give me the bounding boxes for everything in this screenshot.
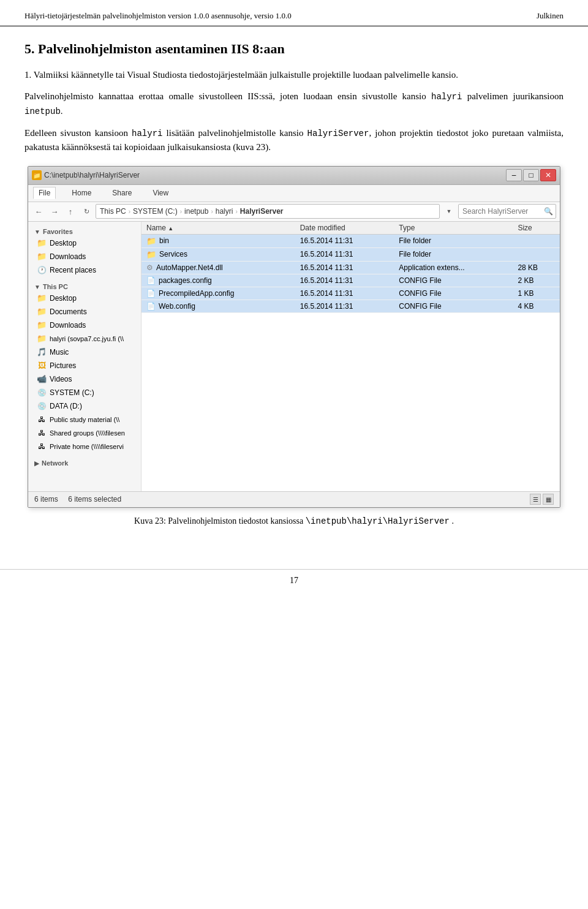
page-number: 17	[290, 576, 298, 585]
paragraph-2: Palvelinohjelmisto kannattaa erottaa oma…	[24, 89, 564, 118]
file-modified: 16.5.2014 11:31	[295, 234, 394, 247]
breadcrumb-thispc[interactable]: This PC	[100, 207, 126, 216]
caption-prefix: Kuva 23: Palvelinohjelmiston tiedostot k…	[134, 516, 303, 526]
file-modified: 16.5.2014 11:31	[295, 287, 394, 300]
recent-icon: 🕐	[37, 265, 47, 275]
breadcrumb-inetpub[interactable]: inetpub	[184, 207, 208, 216]
table-row[interactable]: ⚙AutoMapper.Net4.dll 16.5.2014 11:31 App…	[141, 261, 560, 274]
col-type[interactable]: Type	[394, 222, 513, 235]
view-details-icon[interactable]: ☰	[530, 494, 541, 505]
breadcrumb-halyri[interactable]: halyri	[216, 207, 233, 216]
col-size[interactable]: Size	[513, 222, 560, 235]
file-name: PrecompiledApp.config	[159, 289, 234, 298]
file-type-icon: 📁	[146, 250, 156, 259]
code-inetpub: inetpub	[24, 107, 61, 116]
table-row[interactable]: 📄Web.config 16.5.2014 11:31 CONFIG File …	[141, 300, 560, 312]
ribbon-tab-home[interactable]: Home	[67, 187, 96, 198]
folder-icon: 📁	[37, 320, 47, 330]
col-name[interactable]: Name ▲	[141, 222, 295, 235]
sidebar-item-desktop-fav[interactable]: 📁 Desktop	[28, 236, 141, 250]
ribbon: File Home Share View	[28, 185, 560, 202]
table-row[interactable]: 📄PrecompiledApp.config 16.5.2014 11:31 C…	[141, 287, 560, 300]
file-size: 2 KB	[513, 274, 560, 287]
table-row[interactable]: 📁bin 16.5.2014 11:31 File folder	[141, 234, 560, 247]
sidebar-item-shared[interactable]: 🖧 Shared groups (\\\\filesen	[28, 426, 141, 440]
sidebar-item-music[interactable]: 🎵 Music	[28, 345, 141, 359]
breadcrumb-halyriserver[interactable]: HalyriServer	[240, 207, 284, 216]
network-group-label: ▶Network	[28, 457, 141, 468]
up-button[interactable]: ↑	[64, 205, 77, 218]
sidebar-item-datad[interactable]: 💿 DATA (D:)	[28, 399, 141, 413]
col-modified[interactable]: Date modified	[295, 222, 394, 235]
document-content: 5. Palvelinohjelmiston asentaminen IIS 8…	[0, 26, 588, 551]
breadcrumb-bar[interactable]: This PC › SYSTEM (C:) › inetpub › halyri…	[96, 204, 440, 219]
ribbon-tab-file[interactable]: File	[33, 187, 56, 199]
folder-icon: 🎵	[37, 347, 47, 357]
paragraph-1: 1. Valmiiksi käännetylle tai Visual Stud…	[24, 68, 564, 82]
sidebar: ▼Favorites 📁 Desktop 📁 Downloads 🕐 Recen…	[28, 222, 141, 491]
netdrive-icon: 🖧	[37, 442, 47, 451]
sidebar-item-systemc[interactable]: 💿 SYSTEM (C:)	[28, 386, 141, 399]
file-name: Services	[159, 250, 187, 258]
sidebar-item-halyri[interactable]: 📁 halyri (sovpa7.cc.jyu.fi (\\	[28, 332, 141, 345]
table-row[interactable]: 📄packages.config 16.5.2014 11:31 CONFIG …	[141, 274, 560, 287]
netdrive-icon: 🖧	[37, 415, 47, 424]
file-type: CONFIG File	[394, 274, 513, 287]
folder-icon: 📁	[37, 293, 47, 303]
file-size: 1 KB	[513, 287, 560, 300]
title-bar-left: 📁 C:\inetpub\halyri\HalyriServer	[32, 170, 140, 180]
refresh-button[interactable]: ↻	[80, 205, 93, 218]
close-button[interactable]: ✕	[540, 169, 556, 181]
file-table: Name ▲ Date modified Type Size 📁bin 16.5…	[141, 222, 560, 313]
code-halyriserver: HalyriServer	[307, 129, 369, 138]
sidebar-item-pictures[interactable]: 🖼 Pictures	[28, 359, 141, 372]
explorer-icon: 📁	[32, 170, 42, 180]
status-bar: 6 items 6 items selected ☰ ▦	[28, 491, 560, 507]
sidebar-item-private[interactable]: 🖧 Private home (\\\\fileservi	[28, 440, 141, 453]
netdrive-icon: 🖧	[37, 428, 47, 438]
view-large-icon[interactable]: ▦	[543, 494, 554, 505]
file-pane[interactable]: Name ▲ Date modified Type Size 📁bin 16.5…	[141, 222, 560, 491]
file-type-icon: 📁	[146, 236, 156, 246]
table-row[interactable]: 📁Services 16.5.2014 11:31 File folder	[141, 247, 560, 261]
breadcrumb-sep-4: ›	[235, 208, 237, 215]
sidebar-item-downloads-fav[interactable]: 📁 Downloads	[28, 250, 141, 263]
breadcrumb-sep-2: ›	[180, 208, 182, 215]
title-bar-text: C:\inetpub\halyri\HalyriServer	[44, 171, 140, 179]
code-halyri-2: halyri	[132, 129, 162, 138]
sidebar-item-documents[interactable]: 📁 Documents	[28, 305, 141, 319]
dropdown-arrow[interactable]: ▼	[442, 205, 456, 218]
search-input[interactable]	[458, 204, 556, 219]
forward-button[interactable]: →	[48, 205, 61, 218]
maximize-button[interactable]: □	[523, 169, 539, 181]
document-footer: 17	[0, 569, 588, 592]
file-modified: 16.5.2014 11:31	[295, 261, 394, 274]
sidebar-item-desktop-pc[interactable]: 📁 Desktop	[28, 292, 141, 305]
address-bar: ← → ↑ ↻ This PC › SYSTEM (C:) › inetpub …	[28, 202, 560, 222]
file-size: 28 KB	[513, 261, 560, 274]
ribbon-tab-share[interactable]: Share	[107, 187, 137, 198]
ribbon-tab-view[interactable]: View	[148, 187, 173, 198]
file-type-icon: ⚙	[146, 263, 153, 272]
breadcrumb-system[interactable]: SYSTEM (C:)	[133, 207, 178, 216]
header-left: Hälyri-tietojärjestelmän palvelinohjelmi…	[24, 11, 292, 21]
sidebar-item-publicstudy[interactable]: 🖧 Public study material (\\	[28, 413, 141, 426]
file-modified: 16.5.2014 11:31	[295, 247, 394, 261]
status-selected-count: 6 items selected	[68, 495, 121, 504]
window-controls: – □ ✕	[506, 169, 556, 181]
file-name: AutoMapper.Net4.dll	[156, 263, 223, 272]
sidebar-item-videos[interactable]: 📹 Videos	[28, 372, 141, 386]
file-name: Web.config	[159, 302, 195, 311]
caption-code: \inetpub\halyri\HalyriServer	[306, 516, 450, 526]
file-name: packages.config	[159, 276, 212, 285]
file-type-icon: 📄	[146, 302, 156, 311]
header-right: Julkinen	[537, 11, 564, 21]
folder-icon: 📁	[37, 252, 47, 262]
minimize-button[interactable]: –	[506, 169, 522, 181]
file-type: CONFIG File	[394, 287, 513, 300]
file-type-icon: 📄	[146, 289, 156, 298]
sidebar-item-recent[interactable]: 🕐 Recent places	[28, 263, 141, 277]
sidebar-item-downloads-pc[interactable]: 📁 Downloads	[28, 319, 141, 332]
folder-icon: 📁	[37, 238, 47, 248]
back-button[interactable]: ←	[32, 205, 45, 218]
